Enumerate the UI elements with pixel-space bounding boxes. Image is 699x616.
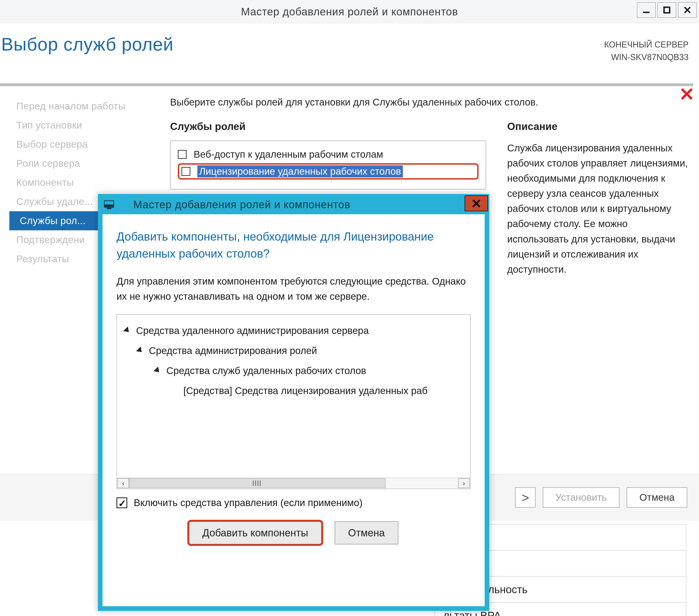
role-label: Веб-доступ к удаленным рабочим столам [194,149,383,160]
page-title: Выбор служб ролей [0,34,699,55]
svg-rect-7 [104,204,114,207]
tree-node[interactable]: Средства служб удаленных рабочих столов [124,361,463,381]
nav-server-roles[interactable]: Роли сервера [12,154,163,173]
cancel-button[interactable]: Отмена [627,487,687,508]
dialog-text: Для управления этим компонентом требуютс… [117,274,471,304]
feature-tree: Средства удаленного администрирования се… [117,314,471,489]
wizard-window: Мастер добавления ролей и компонентов Вы… [0,0,699,616]
header: Выбор служб ролей КОНЕЧНЫЙ СЕРВЕР WIN-SK… [0,23,699,86]
server-label: КОНЕЧНЫЙ СЕРВЕР [604,38,688,51]
expand-icon[interactable] [154,366,161,375]
checkbox-icon[interactable] [182,167,190,176]
role-services-box: Веб-доступ к удаленным рабочим столам Ли… [170,140,486,190]
window-title: Мастер добавления ролей и компонентов [241,5,458,18]
nav-features[interactable]: Компоненты [12,173,163,192]
tree-leaf[interactable]: [Средства] Средства лицензирования удале… [124,381,463,401]
dialog-title: Мастер добавления ролей и компонентов [133,198,351,211]
server-name: WIN-SKV87N0QB33 [604,51,688,64]
close-button[interactable] [678,2,697,18]
nav-before-you-begin[interactable]: Перед началом работы [12,97,163,116]
destination-server: КОНЕЧНЫЙ СЕРВЕР WIN-SKV87N0QB33 [604,38,688,64]
description-column: Описание Служба лицензирования удаленных… [507,121,688,277]
scroll-left-button[interactable]: ‹ [117,478,129,488]
scroll-thumb[interactable] [129,478,386,488]
dialog-close-button[interactable] [465,196,488,211]
titlebar: Мастер добавления ролей и компонентов [0,0,699,23]
add-features-button[interactable]: Добавить компоненты [189,521,321,545]
role-label: Лицензирование удаленных рабочих столов [197,165,403,177]
dialog-body: Добавить компоненты, необходимые для Лиц… [103,214,485,551]
role-rd-licensing[interactable]: Лицензирование удаленных рабочих столов [178,163,478,179]
description-text: Служба лицензирования удаленных рабочих … [507,140,688,277]
checkbox-label: Включить средства управления (если приме… [134,497,362,508]
horizontal-scrollbar[interactable]: ‹ › [117,478,470,488]
expand-icon[interactable] [123,326,131,334]
checkbox-icon[interactable]: ✓ [117,497,127,508]
expand-icon[interactable] [136,347,144,354]
add-features-dialog: Мастер добавления ролей и компонентов До… [98,194,489,611]
dialog-cancel-button[interactable]: Отмена [334,521,398,545]
scroll-track[interactable] [129,478,458,488]
roles-heading: Службы ролей [170,121,486,132]
next-button[interactable]: > [515,487,536,508]
system-buttons [635,2,697,18]
description-heading: Описание [507,121,688,132]
dialog-buttons: Добавить компоненты Отмена [117,521,471,545]
include-tools-checkbox[interactable]: ✓ Включить средства управления (если при… [117,497,471,508]
nav-install-type[interactable]: Тип установки [12,116,163,135]
intro-text: Выберите службы ролей для установки для … [170,97,688,108]
nav-server-selection[interactable]: Выбор сервера [12,135,163,154]
install-button[interactable]: Установить [543,487,620,508]
scroll-right-button[interactable]: › [458,478,470,488]
svg-rect-1 [664,7,670,13]
dialog-titlebar: Мастер добавления ролей и компонентов [98,195,489,214]
body: Перед началом работы Тип установки Выбор… [0,86,699,93]
server-manager-icon [104,199,115,210]
role-web-access[interactable]: Веб-доступ к удаленным рабочим столам [178,147,478,162]
tree-node[interactable]: Средства удаленного администрирования се… [124,321,463,341]
maximize-button[interactable] [658,2,676,18]
dialog-heading: Добавить компоненты, необходимые для Лиц… [117,228,471,262]
header-divider [0,83,693,86]
tree-node[interactable]: Средства администрирования ролей [124,341,463,361]
minimize-button[interactable] [637,2,656,18]
svg-rect-8 [107,208,111,209]
checkbox-icon[interactable] [178,150,187,159]
